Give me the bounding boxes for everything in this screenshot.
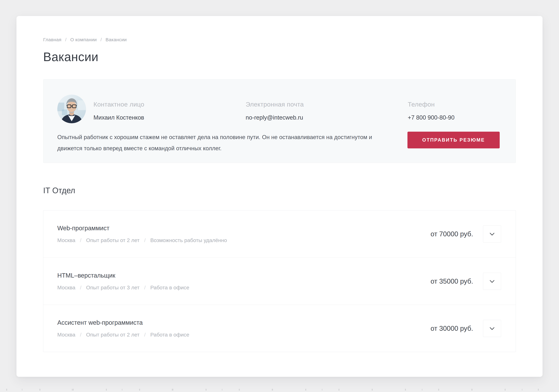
vacancy-list: Web-программист Москва / Опыт работы от … bbox=[43, 210, 516, 352]
contact-email-label: Электронная почта bbox=[246, 101, 408, 108]
page-title: Вакансии bbox=[43, 50, 516, 64]
breadcrumb-separator: / bbox=[101, 37, 102, 42]
vacancy-salary: от 30000 руб. bbox=[431, 325, 473, 332]
meta-separator: / bbox=[80, 285, 81, 291]
vacancy-meta-experience: Опыт работы от 2 лет bbox=[86, 237, 140, 243]
vacancy-row-html-coder[interactable]: HTML–верстальщик Москва / Опыт работы от… bbox=[43, 258, 516, 305]
vacancy-title: HTML–верстальщик bbox=[57, 272, 189, 279]
vacancy-title: Ассистент web-программиста bbox=[57, 319, 189, 326]
contact-phone-value[interactable]: +7 800 900-80-90 bbox=[408, 114, 502, 121]
vacancy-row-assistant-web-programmer[interactable]: Ассистент web-программиста Москва / Опыт… bbox=[43, 305, 516, 352]
meta-separator: / bbox=[144, 332, 146, 338]
vacancy-info: HTML–верстальщик Москва / Опыт работы от… bbox=[57, 272, 189, 291]
contact-person-label: Контактное лицо bbox=[93, 101, 246, 108]
contact-description: Опытный работник с хорошим стажем не ост… bbox=[57, 132, 397, 154]
chevron-down-icon bbox=[489, 325, 495, 332]
chevron-down-icon bbox=[489, 231, 495, 237]
contact-info-row: Контактное лицо Михаил Костенков Электро… bbox=[43, 79, 516, 123]
vacancy-meta: Москва / Опыт работы от 2 лет / Работа в… bbox=[57, 332, 189, 338]
vacancy-meta-location: Работа в офисе bbox=[150, 285, 189, 291]
meta-separator: / bbox=[80, 237, 81, 243]
vacancy-meta-location: Возможность работы удалённо bbox=[150, 237, 227, 243]
vacancy-info: Ассистент web-программиста Москва / Опыт… bbox=[57, 319, 189, 338]
contact-phone-label: Телефон bbox=[408, 101, 502, 108]
expand-vacancy-button[interactable] bbox=[483, 320, 501, 337]
vacancy-meta-experience: Опыт работы от 2 лет bbox=[86, 332, 140, 338]
contact-person-block: Контактное лицо Михаил Костенков bbox=[93, 95, 246, 121]
vacancy-salary: от 70000 руб. bbox=[431, 230, 473, 238]
contact-description-row: Опытный работник с хорошим стажем не ост… bbox=[43, 132, 516, 154]
send-resume-button[interactable]: ОТПРАВИТЬ РЕЗЮМЕ bbox=[408, 132, 500, 148]
vacancy-meta-city: Москва bbox=[57, 332, 75, 338]
vacancy-salary-block: от 30000 руб. bbox=[431, 320, 501, 337]
vacancy-meta: Москва / Опыт работы от 2 лет / Возможно… bbox=[57, 237, 227, 243]
expand-vacancy-button[interactable] bbox=[483, 273, 501, 290]
vacancy-meta-location: Работа в офисе bbox=[150, 332, 189, 338]
contact-email-value[interactable]: no-reply@intecweb.ru bbox=[246, 114, 408, 121]
vacancy-meta-city: Москва bbox=[57, 237, 75, 243]
contact-panel: Контактное лицо Михаил Костенков Электро… bbox=[43, 79, 516, 163]
breadcrumb-current-page: Вакансии bbox=[106, 37, 127, 42]
expand-vacancy-button[interactable] bbox=[483, 225, 501, 242]
vacancy-salary-block: от 35000 руб. bbox=[431, 273, 501, 290]
meta-separator: / bbox=[144, 285, 146, 291]
vacancy-salary-block: от 70000 руб. bbox=[431, 225, 501, 242]
vacancy-meta-city: Москва bbox=[57, 285, 75, 291]
content-card: Главная / О компании / Вакансии Вакансии bbox=[17, 16, 542, 377]
vacancy-row-web-programmer[interactable]: Web-программист Москва / Опыт работы от … bbox=[43, 210, 516, 258]
vacancy-salary: от 35000 руб. bbox=[431, 277, 473, 285]
vacancy-info: Web-программист Москва / Опыт работы от … bbox=[57, 225, 227, 243]
chevron-down-icon bbox=[489, 278, 495, 285]
vacancy-title: Web-программист bbox=[57, 225, 227, 232]
meta-separator: / bbox=[80, 332, 81, 338]
breadcrumb-link-about-company[interactable]: О компании bbox=[70, 37, 97, 42]
contact-email-block: Электронная почта no-reply@intecweb.ru bbox=[246, 95, 408, 121]
vacancy-meta-experience: Опыт работы от 3 лет bbox=[86, 285, 140, 291]
avatar bbox=[57, 95, 86, 123]
cut-off-footer-text bbox=[6, 389, 553, 391]
breadcrumb-link-home[interactable]: Главная bbox=[43, 37, 62, 42]
section-heading-it-department: IT Отдел bbox=[43, 186, 516, 195]
meta-separator: / bbox=[144, 237, 146, 243]
contact-person-name: Михаил Костенков bbox=[93, 114, 246, 121]
breadcrumb-separator: / bbox=[65, 37, 67, 42]
contact-phone-block: Телефон +7 800 900-80-90 bbox=[408, 95, 502, 121]
vacancy-meta: Москва / Опыт работы от 3 лет / Работа в… bbox=[57, 285, 189, 291]
breadcrumb: Главная / О компании / Вакансии bbox=[43, 37, 516, 42]
